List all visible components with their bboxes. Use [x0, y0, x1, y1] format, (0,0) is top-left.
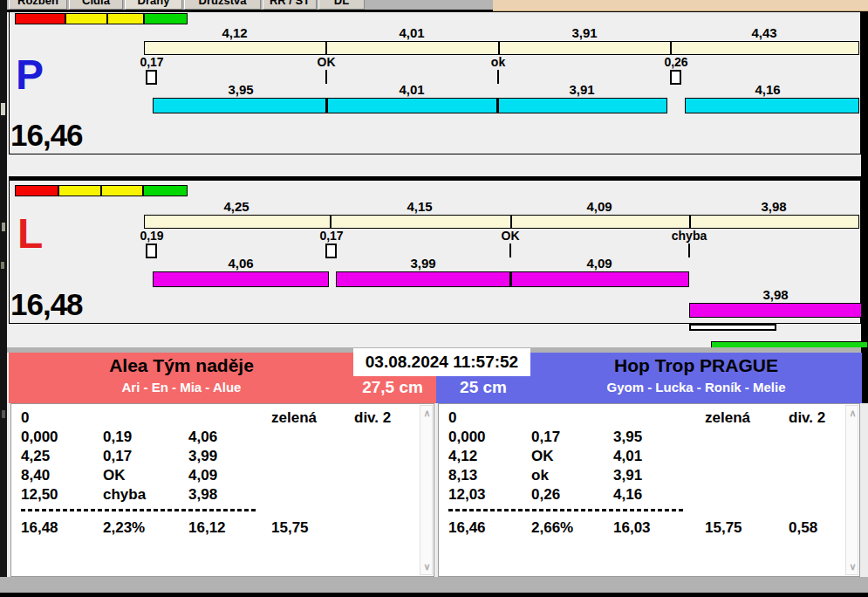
- table-cell: 0,000: [21, 429, 58, 446]
- table-cell: 0,17: [531, 429, 560, 446]
- marker-label: 0,17: [140, 55, 163, 69]
- tab-dr-hy[interactable]: Dráhy: [125, 0, 182, 10]
- status-strip-cell-yellow: [101, 185, 143, 196]
- table-cell: 3,91: [613, 467, 642, 484]
- measured-time-label: 3,95: [228, 82, 253, 97]
- table-cell: 0,26: [531, 486, 560, 504]
- segment-time-label: 4,09: [586, 199, 612, 214]
- lane-panel-p: [9, 11, 861, 154]
- tab-dl[interactable]: DL: [318, 0, 365, 10]
- table-cell: 4,12: [448, 448, 477, 465]
- table-cell: 8,40: [21, 467, 50, 484]
- marker-tick: [497, 70, 499, 84]
- table-divider: [21, 509, 258, 511]
- status-strip-cell-red: [15, 13, 65, 24]
- tab-rozb-h[interactable]: Rozběh: [9, 0, 67, 10]
- status-strip-cell-green: [144, 13, 188, 24]
- tab--idla[interactable]: Čidla: [69, 0, 123, 10]
- marker-square: [670, 70, 681, 85]
- team-right-results-table[interactable]: 0zelenádiv. 20,0000,173,954,12OK4,018,13…: [438, 403, 860, 577]
- marker-tick: [688, 244, 690, 257]
- status-strip-cell-yellow: [107, 13, 144, 24]
- table-cell: 4,09: [188, 467, 217, 484]
- team-left-results-table[interactable]: 0zelenádiv. 20,0000,194,064,250,173,998,…: [10, 403, 434, 577]
- team-right-name: Hop Trop PRAGUE: [530, 355, 862, 376]
- table-cell: 3,98: [188, 486, 217, 504]
- status-strip-cell-yellow: [58, 185, 101, 196]
- table-cell: 12,03: [448, 486, 486, 504]
- scroll-up-icon[interactable]: ∧: [846, 408, 859, 419]
- table-cell: chyba: [103, 486, 146, 504]
- status-strip-cell-green: [143, 185, 188, 196]
- team-left-height: 27,5 cm: [349, 378, 436, 397]
- table-cell: 4,16: [613, 486, 642, 504]
- lane-panel-l: [9, 176, 861, 324]
- marker-tick: [325, 70, 327, 84]
- measured-bar-segment: [689, 303, 862, 318]
- scroll-up-icon[interactable]: ∧: [420, 408, 434, 419]
- edge-speck: [2, 410, 5, 418]
- reference-bar-divider: [330, 215, 331, 229]
- marker-label: 0,17: [319, 229, 343, 243]
- table-cell: OK: [531, 448, 554, 465]
- segment-time-label: 4,12: [222, 25, 247, 40]
- marker-label: 0,26: [664, 55, 687, 69]
- scroll-down-icon[interactable]: ∨: [846, 561, 859, 573]
- marker-label: OK: [318, 55, 336, 69]
- reference-bar: [144, 215, 859, 229]
- team-right-members: Gyom - Lucka - Roník - Melie: [530, 380, 862, 395]
- table-scrollbar[interactable]: ∧∨: [420, 405, 433, 575]
- bottom-strip: [0, 577, 868, 593]
- table-cell: ok: [531, 467, 549, 484]
- edge-speck: [1, 262, 4, 269]
- left-edge-strip: [0, 0, 7, 597]
- table-total-cell: 0,58: [789, 519, 817, 537]
- segment-time-label: 4,25: [223, 199, 249, 214]
- scroll-down-icon[interactable]: ∨: [420, 561, 434, 573]
- datetime-display: 03.08.2024 11:57:52: [353, 348, 530, 376]
- table-total-cell: 15,75: [705, 519, 742, 537]
- marker-tick: [509, 244, 511, 257]
- table-cell: div. 2: [789, 409, 825, 427]
- measured-time-label: 4,06: [228, 256, 253, 271]
- table-cell: zelená: [271, 409, 317, 427]
- measured-time-label: 4,16: [755, 82, 780, 97]
- measured-time-label: 4,01: [399, 82, 424, 97]
- table-cell: 0,19: [103, 429, 132, 446]
- marker-square: [146, 244, 157, 258]
- table-cell: 3,95: [613, 429, 642, 446]
- table-total-cell: 2,66%: [531, 519, 573, 537]
- lane-total: 16,48: [10, 289, 83, 319]
- marker-label: ok: [491, 55, 505, 69]
- table-cell: 4,25: [21, 448, 50, 465]
- lane-letter: P: [16, 54, 44, 96]
- background-window-area: [493, 0, 868, 11]
- status-strip-cell-yellow: [65, 13, 107, 24]
- table-cell: 0: [448, 409, 456, 427]
- table-total-cell: 16,12: [188, 519, 226, 537]
- table-total-cell: 16,46: [448, 519, 486, 537]
- tab-dru-stva[interactable]: Družstva: [184, 0, 261, 10]
- reference-bar-divider: [689, 215, 691, 229]
- table-cell: 4,06: [188, 429, 217, 446]
- marker-label: OK: [502, 229, 520, 243]
- app-window: RozběhČidlaDráhyDružstvaRR / STDL Alea T…: [0, 0, 868, 597]
- table-total-cell: 15,75: [271, 519, 309, 537]
- measured-bar-segment: [153, 271, 329, 287]
- marker-square: [325, 244, 337, 258]
- edge-speck: [2, 223, 5, 231]
- bottom-border: [0, 593, 868, 597]
- table-cell: OK: [103, 467, 126, 484]
- reference-bar-divider: [325, 41, 327, 55]
- edge-speck: [1, 103, 5, 115]
- reference-bar: [144, 41, 859, 55]
- reference-bar-divider: [510, 215, 512, 229]
- measured-bar-segment: [153, 98, 667, 113]
- reference-bar-divider: [670, 41, 672, 55]
- measured-bar-divider: [325, 98, 328, 113]
- tab-rr-st[interactable]: RR / ST: [263, 0, 317, 10]
- lane-letter: L: [17, 213, 43, 255]
- table-cell: 0,17: [103, 448, 132, 465]
- tab-bar: RozběhČidlaDráhyDružstvaRR / STDL: [7, 0, 493, 10]
- table-scrollbar[interactable]: ∧∨: [845, 405, 858, 575]
